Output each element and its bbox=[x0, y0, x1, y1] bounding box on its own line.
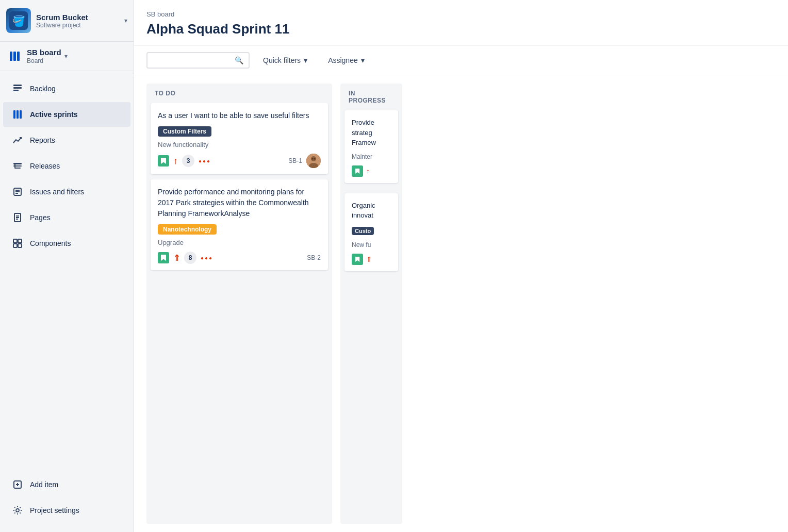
board-dropdown-icon: ▾ bbox=[64, 53, 68, 60]
sidebar-item-project-settings[interactable]: Project settings bbox=[3, 498, 130, 523]
issue-id-sb2: SB-2 bbox=[307, 254, 321, 261]
sidebar-item-active-sprints[interactable]: Active sprints bbox=[3, 102, 130, 127]
card-tag-sb2: Nanotechnology bbox=[158, 224, 217, 235]
board-label-group: SB board Board bbox=[27, 48, 61, 64]
svg-point-36 bbox=[314, 158, 316, 160]
svg-rect-13 bbox=[14, 168, 21, 169]
sidebar-item-label-releases: Releases bbox=[30, 162, 60, 170]
assignee-button[interactable]: Assignee ▾ bbox=[321, 53, 372, 68]
column-label-inprogress: IN PROGRESS bbox=[349, 90, 386, 104]
sidebar-item-add-item[interactable]: Add item bbox=[3, 472, 130, 497]
card-footer-left-sb2: ⇑ 8 ●●● bbox=[158, 252, 213, 264]
issue-id-sb1: SB-1 bbox=[288, 157, 302, 164]
reports-icon bbox=[10, 133, 25, 147]
column-cards-todo: As a user I want to be able to save usef… bbox=[146, 103, 332, 524]
story-points-sb2: 8 bbox=[184, 252, 196, 264]
card-category-sb2: Upgrade bbox=[158, 239, 321, 246]
card-title-sb4: Organicinnovat bbox=[352, 201, 391, 221]
svg-rect-6 bbox=[13, 87, 22, 89]
svg-rect-10 bbox=[20, 110, 22, 119]
add-item-icon bbox=[10, 477, 25, 492]
backlog-icon bbox=[10, 81, 25, 96]
column-header-todo: TO DO bbox=[146, 84, 332, 103]
card-sb3[interactable]: ProvidestrategFramew Mainter ↑ bbox=[344, 110, 398, 183]
search-box[interactable]: 🔍 bbox=[146, 52, 250, 69]
sidebar-item-label-settings: Project settings bbox=[30, 506, 79, 514]
priority-icon-sb3: ↑ bbox=[366, 167, 370, 175]
avatar-image-sb1 bbox=[306, 154, 321, 168]
pages-icon bbox=[10, 210, 25, 225]
card-footer-right-sb2: SB-2 bbox=[307, 254, 321, 261]
board-label: SB board bbox=[27, 48, 61, 57]
sidebar-item-label-pages: Pages bbox=[30, 213, 51, 222]
project-info: Scrum Bucket Software project bbox=[36, 13, 121, 29]
project-avatar-image: 🪣 bbox=[9, 11, 28, 30]
svg-rect-4 bbox=[17, 52, 20, 61]
svg-rect-23 bbox=[13, 239, 17, 243]
breadcrumb: SB board bbox=[146, 10, 776, 18]
card-sb1[interactable]: As a user I want to be able to save usef… bbox=[151, 103, 328, 174]
svg-rect-14 bbox=[14, 163, 15, 168]
card-category-sb3: Mainter bbox=[352, 153, 391, 160]
page-title: Alpha Squad Sprint 11 bbox=[146, 21, 776, 37]
priority-icon-sb4: ⇑ bbox=[366, 255, 372, 263]
quick-filters-button[interactable]: Quick filters ▾ bbox=[256, 53, 315, 68]
column-todo: TO DO As a user I want to be able to sav… bbox=[146, 84, 332, 524]
card-title-sb1: As a user I want to be able to save usef… bbox=[158, 110, 321, 121]
board: TO DO As a user I want to be able to sav… bbox=[134, 75, 788, 532]
quick-filters-label: Quick filters bbox=[263, 56, 301, 64]
active-sprints-icon bbox=[10, 107, 25, 122]
sidebar-item-issues-filters[interactable]: Issues and filters bbox=[3, 179, 130, 204]
svg-point-31 bbox=[16, 509, 19, 512]
sidebar-item-label-issues: Issues and filters bbox=[30, 188, 84, 196]
svg-rect-2 bbox=[10, 52, 12, 61]
svg-rect-3 bbox=[13, 52, 16, 61]
card-category-sb4: New fu bbox=[352, 241, 391, 248]
svg-rect-7 bbox=[13, 90, 19, 91]
svg-rect-25 bbox=[13, 244, 17, 247]
card-title-sb3: ProvidestrategFramew bbox=[352, 118, 391, 148]
sidebar-footer: Add item Project settings bbox=[0, 467, 134, 532]
sidebar-item-label-active-sprints: Active sprints bbox=[30, 110, 78, 119]
card-sb2[interactable]: Provide performance and monitoring plans… bbox=[151, 179, 328, 270]
svg-rect-9 bbox=[17, 110, 19, 119]
main-content: SB board Alpha Squad Sprint 11 🔍 Quick f… bbox=[134, 0, 788, 532]
settings-icon bbox=[10, 503, 25, 518]
priority-icon-sb2: ⇑ bbox=[173, 253, 180, 263]
project-avatar: 🪣 bbox=[6, 8, 31, 33]
card-footer-left-sb4: ⇑ bbox=[352, 254, 391, 265]
sidebar-item-releases[interactable]: Releases bbox=[3, 154, 130, 178]
card-category-sb1: New functionality bbox=[158, 141, 321, 148]
sidebar-item-components[interactable]: Components bbox=[3, 231, 130, 256]
svg-text:🪣: 🪣 bbox=[12, 15, 25, 27]
svg-rect-26 bbox=[18, 244, 22, 247]
svg-point-35 bbox=[312, 158, 314, 160]
assignee-chevron-icon: ▾ bbox=[361, 56, 365, 64]
project-header[interactable]: 🪣 Scrum Bucket Software project ▾ bbox=[0, 0, 134, 42]
quick-filters-chevron-icon: ▾ bbox=[304, 56, 307, 64]
board-icon bbox=[7, 49, 22, 63]
bookmark-icon-sb2 bbox=[158, 252, 169, 263]
issues-icon bbox=[10, 185, 25, 199]
bookmark-icon-sb4 bbox=[352, 254, 363, 265]
sidebar-item-pages[interactable]: Pages bbox=[3, 205, 130, 230]
releases-icon bbox=[10, 159, 25, 173]
bookmark-icon-sb1 bbox=[158, 155, 169, 167]
sidebar-item-label-add-item: Add item bbox=[30, 480, 58, 489]
sidebar-item-backlog[interactable]: Backlog bbox=[3, 76, 130, 101]
card-sb4[interactable]: Organicinnovat Custo New fu ⇑ bbox=[344, 193, 398, 271]
sidebar-item-label-reports: Reports bbox=[30, 136, 55, 144]
sidebar-nav: Backlog Active sprints Reports bbox=[0, 71, 134, 467]
svg-rect-24 bbox=[18, 239, 22, 243]
column-cards-inprogress: ProvidestrategFramew Mainter ↑ Organicin… bbox=[340, 110, 402, 524]
search-input[interactable] bbox=[153, 56, 233, 64]
avatar-sb1 bbox=[306, 154, 321, 168]
project-name: Scrum Bucket bbox=[36, 13, 121, 22]
board-header[interactable]: SB board Board ▾ bbox=[0, 42, 134, 71]
svg-rect-5 bbox=[13, 85, 22, 86]
sidebar-item-reports[interactable]: Reports bbox=[3, 128, 130, 153]
components-icon bbox=[10, 236, 25, 251]
search-icon: 🔍 bbox=[235, 56, 243, 64]
main-header: SB board Alpha Squad Sprint 11 bbox=[134, 0, 788, 46]
card-tag-sb4: Custo bbox=[352, 227, 374, 235]
